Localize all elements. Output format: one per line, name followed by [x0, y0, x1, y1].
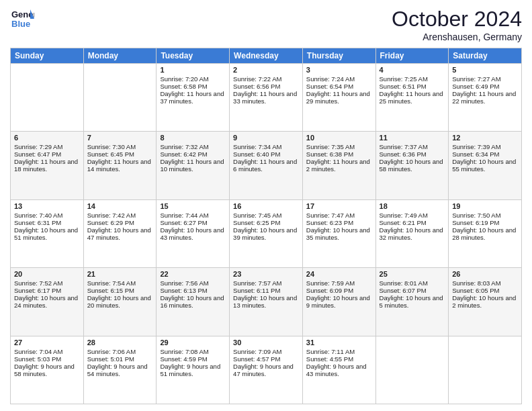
sunrise-text: Sunrise: 7:04 AM	[14, 348, 62, 355]
sunset-text: Sunset: 6:56 PM	[233, 83, 280, 90]
sunrise-text: Sunrise: 7:11 AM	[306, 348, 355, 355]
sunset-text: Sunset: 5:01 PM	[87, 355, 134, 363]
sunset-text: Sunset: 6:17 PM	[14, 287, 61, 294]
daylight-text: Daylight: 9 hours and 47 minutes.	[233, 363, 294, 377]
svg-text:Blue: Blue	[11, 19, 30, 29]
sunrise-text: Sunrise: 7:42 AM	[87, 212, 136, 219]
day-number: 11	[380, 134, 445, 142]
calendar-cell: 28Sunrise: 7:06 AMSunset: 5:01 PMDayligh…	[83, 336, 157, 404]
day-number: 21	[87, 270, 153, 278]
header-tuesday: Tuesday	[157, 48, 230, 64]
calendar-cell: 10Sunrise: 7:35 AMSunset: 6:38 PMDayligh…	[302, 132, 375, 199]
sunset-text: Sunset: 4:55 PM	[306, 355, 353, 363]
calendar-cell: 27Sunrise: 7:04 AMSunset: 5:03 PMDayligh…	[11, 336, 84, 404]
calendar-week-row: 13Sunrise: 7:40 AMSunset: 6:31 PMDayligh…	[11, 199, 522, 267]
sunrise-text: Sunrise: 7:56 AM	[160, 279, 208, 287]
header-monday: Monday	[83, 48, 157, 64]
sunrise-text: Sunrise: 7:44 AM	[160, 212, 208, 219]
sunrise-text: Sunrise: 7:50 AM	[452, 212, 500, 219]
sunset-text: Sunset: 6:27 PM	[160, 219, 207, 226]
day-number: 20	[14, 270, 80, 278]
calendar-cell: 8Sunrise: 7:32 AMSunset: 6:42 PMDaylight…	[157, 132, 230, 199]
sunrise-text: Sunrise: 8:01 AM	[380, 279, 428, 287]
sunrise-text: Sunrise: 7:22 AM	[233, 75, 281, 83]
daylight-text: Daylight: 11 hours and 29 minutes.	[306, 90, 370, 105]
calendar-cell: 19Sunrise: 7:50 AMSunset: 6:19 PMDayligh…	[449, 199, 522, 267]
sunrise-text: Sunrise: 7:35 AM	[306, 143, 355, 150]
sunrise-text: Sunrise: 7:45 AM	[233, 212, 281, 219]
sunrise-text: Sunrise: 7:09 AM	[233, 348, 281, 355]
daylight-text: Daylight: 11 hours and 6 minutes.	[233, 158, 297, 173]
calendar-cell	[11, 64, 84, 132]
sunset-text: Sunset: 6:07 PM	[380, 287, 427, 294]
logo-icon: General Blue	[10, 7, 34, 31]
daylight-text: Daylight: 11 hours and 10 minutes.	[160, 158, 224, 173]
day-number: 30	[233, 338, 299, 347]
sunset-text: Sunset: 6:09 PM	[306, 287, 353, 294]
sunset-text: Sunset: 4:57 PM	[233, 355, 280, 363]
sunrise-text: Sunrise: 7:30 AM	[87, 143, 136, 150]
calendar-cell: 18Sunrise: 7:49 AMSunset: 6:21 PMDayligh…	[375, 199, 449, 267]
weekday-header-row: Sunday Monday Tuesday Wednesday Thursday…	[11, 48, 522, 64]
sunrise-text: Sunrise: 7:57 AM	[233, 279, 281, 287]
sunrise-text: Sunrise: 7:52 AM	[14, 279, 62, 287]
day-number: 10	[306, 134, 372, 142]
sunset-text: Sunset: 6:31 PM	[14, 219, 61, 226]
calendar-cell: 24Sunrise: 7:59 AMSunset: 6:09 PMDayligh…	[302, 268, 375, 336]
header-wednesday: Wednesday	[230, 48, 303, 64]
day-number: 2	[233, 66, 299, 74]
day-number: 28	[87, 338, 153, 347]
calendar-cell: 20Sunrise: 7:52 AMSunset: 6:17 PMDayligh…	[11, 268, 84, 336]
daylight-text: Daylight: 11 hours and 22 minutes.	[452, 90, 516, 105]
day-number: 6	[14, 134, 80, 142]
day-number: 13	[14, 202, 80, 210]
sunset-text: Sunset: 6:49 PM	[452, 83, 499, 90]
daylight-text: Daylight: 10 hours and 58 minutes.	[380, 158, 443, 173]
calendar-cell: 31Sunrise: 7:11 AMSunset: 4:55 PMDayligh…	[302, 336, 375, 404]
sunset-text: Sunset: 6:58 PM	[160, 83, 207, 90]
sunset-text: Sunset: 6:11 PM	[233, 287, 280, 294]
calendar-table: Sunday Monday Tuesday Wednesday Thursday…	[10, 48, 522, 404]
calendar-week-row: 6Sunrise: 7:29 AMSunset: 6:47 PMDaylight…	[11, 132, 522, 199]
daylight-text: Daylight: 9 hours and 51 minutes.	[160, 363, 220, 377]
day-number: 27	[14, 338, 80, 347]
calendar-cell: 23Sunrise: 7:57 AMSunset: 6:11 PMDayligh…	[230, 268, 303, 336]
daylight-text: Daylight: 9 hours and 58 minutes.	[14, 363, 75, 377]
sunset-text: Sunset: 6:54 PM	[306, 83, 353, 90]
day-number: 16	[233, 202, 299, 210]
calendar-cell: 4Sunrise: 7:25 AMSunset: 6:51 PMDaylight…	[375, 64, 449, 132]
day-number: 4	[380, 66, 445, 74]
calendar-cell: 16Sunrise: 7:45 AMSunset: 6:25 PMDayligh…	[230, 199, 303, 267]
day-number: 9	[233, 134, 299, 142]
calendar-cell: 2Sunrise: 7:22 AMSunset: 6:56 PMDaylight…	[230, 64, 303, 132]
calendar-cell: 1Sunrise: 7:20 AMSunset: 6:58 PMDaylight…	[157, 64, 230, 132]
sunrise-text: Sunrise: 7:39 AM	[452, 143, 500, 150]
day-number: 17	[306, 202, 372, 210]
calendar-cell: 22Sunrise: 7:56 AMSunset: 6:13 PMDayligh…	[157, 268, 230, 336]
day-number: 5	[452, 66, 518, 74]
calendar-cell: 26Sunrise: 8:03 AMSunset: 6:05 PMDayligh…	[449, 268, 522, 336]
sunrise-text: Sunrise: 7:32 AM	[160, 143, 208, 150]
day-number: 3	[306, 66, 372, 74]
calendar-cell: 11Sunrise: 7:37 AMSunset: 6:36 PMDayligh…	[375, 132, 449, 199]
daylight-text: Daylight: 9 hours and 43 minutes.	[306, 363, 367, 377]
day-number: 23	[233, 270, 299, 278]
sunset-text: Sunset: 5:03 PM	[14, 355, 61, 363]
calendar-week-row: 27Sunrise: 7:04 AMSunset: 5:03 PMDayligh…	[11, 336, 522, 404]
daylight-text: Daylight: 11 hours and 37 minutes.	[160, 90, 224, 105]
sunrise-text: Sunrise: 7:40 AM	[14, 212, 62, 219]
sunrise-text: Sunrise: 7:29 AM	[14, 143, 62, 150]
sunset-text: Sunset: 6:29 PM	[87, 219, 134, 226]
calendar-cell: 9Sunrise: 7:34 AMSunset: 6:40 PMDaylight…	[230, 132, 303, 199]
sunset-text: Sunset: 4:59 PM	[160, 355, 207, 363]
day-number: 15	[160, 202, 226, 210]
sunset-text: Sunset: 6:21 PM	[380, 219, 427, 226]
calendar-cell: 3Sunrise: 7:24 AMSunset: 6:54 PMDaylight…	[302, 64, 375, 132]
calendar-title: October 2024	[392, 7, 522, 32]
sunset-text: Sunset: 6:15 PM	[87, 287, 134, 294]
daylight-text: Daylight: 10 hours and 47 minutes.	[87, 226, 151, 241]
page: General Blue October 2024 Arenshausen, G…	[0, 0, 532, 411]
calendar-subtitle: Arenshausen, Germany	[392, 32, 522, 42]
daylight-text: Daylight: 9 hours and 54 minutes.	[87, 363, 148, 377]
calendar-cell: 13Sunrise: 7:40 AMSunset: 6:31 PMDayligh…	[11, 199, 84, 267]
